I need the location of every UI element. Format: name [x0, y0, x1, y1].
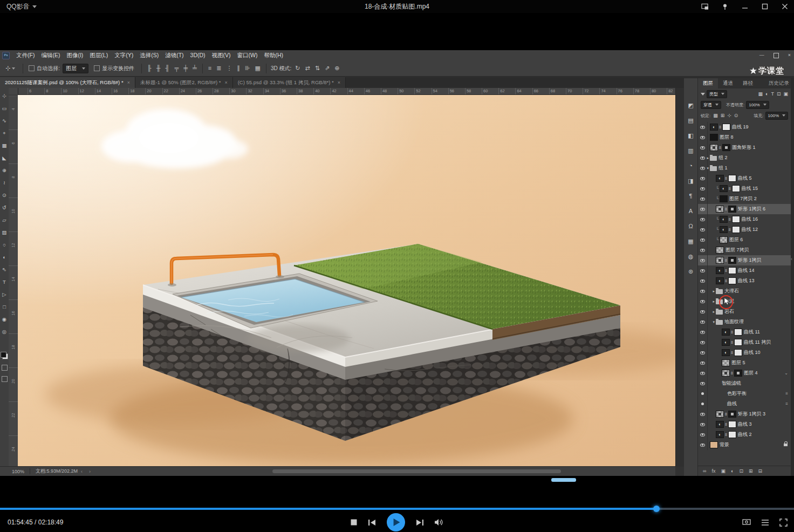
- layer-thumbnail[interactable]: [710, 124, 718, 131]
- layer-thumbnail[interactable]: [716, 257, 724, 264]
- layer-thumbnail[interactable]: [716, 411, 724, 418]
- layer-visibility-toggle[interactable]: [698, 214, 708, 224]
- layer-thumbnail[interactable]: [710, 166, 717, 171]
- path-selection-tool[interactable]: ▷: [0, 288, 9, 301]
- align-bottom-icon[interactable]: ╧: [193, 65, 197, 71]
- layer-row[interactable]: └ 8 智能滤镜: [698, 378, 791, 388]
- layer-mask-thumbnail[interactable]: [734, 349, 742, 356]
- show-transform-checkbox[interactable]: [94, 65, 100, 71]
- align-center-h-icon[interactable]: ╫: [156, 65, 161, 71]
- layer-visibility-toggle[interactable]: [698, 265, 708, 276]
- brush-tool[interactable]: ≀: [0, 176, 9, 189]
- foreground-color-swatch[interactable]: [1, 352, 6, 358]
- layer-visibility-toggle[interactable]: [698, 204, 708, 214]
- menu-item[interactable]: 滤镜(T): [162, 52, 187, 59]
- canvas-vertical-scrollbar[interactable]: [675, 88, 685, 467]
- document-tab[interactable]: 20201125随课案例.psd @ 100% (大理石, RGB/8#) * …: [0, 77, 135, 88]
- layer-visibility-toggle[interactable]: [698, 132, 708, 142]
- eraser-tool[interactable]: ▱: [0, 214, 9, 226]
- character-panel-icon[interactable]: A: [689, 203, 693, 219]
- layer-thumbnail[interactable]: [720, 185, 728, 192]
- 3d-scale-icon[interactable]: ⊕: [334, 65, 339, 71]
- layer-row[interactable]: └ 8 组 1: [698, 163, 791, 173]
- layer-row[interactable]: └ 8 图层 5: [698, 358, 791, 368]
- layer-row[interactable]: └ 8 曲线 12: [698, 224, 791, 235]
- layer-row[interactable]: └ 8 曲线 11 拷贝: [698, 337, 791, 347]
- layer-row[interactable]: └ 8 图层 7拷贝: [698, 245, 791, 255]
- adjustments-panel-icon[interactable]: ◔: [689, 158, 693, 173]
- layer-visibility-toggle[interactable]: [698, 368, 708, 378]
- history-brush-tool[interactable]: ↺: [0, 201, 9, 214]
- layer-mask-thumbnail[interactable]: [722, 144, 730, 151]
- layer-mask-thumbnail[interactable]: [732, 226, 740, 233]
- zoom-tool[interactable]: ◎: [0, 325, 9, 338]
- group-expand-icon[interactable]: [713, 299, 715, 304]
- layer-visibility-toggle[interactable]: [698, 419, 708, 429]
- volume-button[interactable]: [435, 519, 443, 526]
- layer-visibility-toggle[interactable]: [698, 399, 708, 409]
- layer-row[interactable]: └ 8 曲线 11: [698, 327, 791, 337]
- panel-tab[interactable]: 图层: [698, 78, 718, 88]
- layer-visibility-toggle[interactable]: [698, 378, 708, 388]
- move-tool-indicator[interactable]: ⊹: [5, 65, 15, 72]
- layer-visibility-toggle[interactable]: [698, 429, 708, 440]
- layer-thumbnail[interactable]: [720, 226, 728, 233]
- layer-visibility-toggle[interactable]: [698, 276, 708, 286]
- panel-tab[interactable]: 通道: [718, 78, 738, 88]
- layer-mask-icon[interactable]: ▣: [721, 468, 725, 474]
- tab-close-icon[interactable]: ×: [224, 80, 227, 85]
- 3d-slide-icon[interactable]: ⇗: [325, 65, 330, 71]
- layer-mask-thumbnail[interactable]: [728, 277, 736, 284]
- layer-thumbnail[interactable]: [722, 339, 730, 346]
- distribute-middle-icon[interactable]: ≣: [216, 65, 221, 71]
- marquee-tool[interactable]: ▭: [0, 102, 9, 114]
- layer-mask-thumbnail[interactable]: [728, 175, 736, 182]
- layer-visibility-toggle[interactable]: [698, 142, 708, 153]
- canvas-horizontal-scrollbar[interactable]: [272, 469, 561, 473]
- filter-adjustment-icon[interactable]: ◐: [765, 91, 768, 97]
- minimize-button[interactable]: [741, 3, 749, 10]
- layer-row[interactable]: └ 8 色彩平衡 ≡: [698, 388, 791, 399]
- layer-mask-thumbnail[interactable]: [732, 216, 740, 223]
- layer-visibility-toggle[interactable]: [698, 337, 708, 347]
- filter-smartobject-icon[interactable]: ▣: [783, 91, 788, 97]
- stop-button[interactable]: [351, 519, 357, 526]
- gradient-tool[interactable]: ▨: [0, 226, 9, 238]
- quick-mask-icon[interactable]: [2, 365, 8, 371]
- layer-mask-thumbnail[interactable]: [734, 370, 742, 377]
- layer-visibility-toggle[interactable]: [698, 153, 708, 163]
- layer-row[interactable]: └ 8 曲线 19: [698, 122, 791, 132]
- menu-item[interactable]: 选择(S): [136, 52, 162, 59]
- document-tab[interactable]: (C) 55.psd @ 33.3% (组 1 拷贝, RGB/8*) * ×: [233, 77, 346, 88]
- styles-panel-icon[interactable]: ◨: [688, 173, 693, 188]
- color-swatches[interactable]: [1, 352, 8, 359]
- layer-thumbnail[interactable]: [710, 156, 717, 161]
- layer-mask-thumbnail[interactable]: [734, 329, 742, 336]
- lock-paint-icon[interactable]: ⊞: [721, 113, 725, 118]
- filter-type-dropdown[interactable]: 类型: [707, 90, 727, 98]
- layer-visibility-toggle[interactable]: [698, 173, 708, 183]
- group-expand-icon[interactable]: [713, 289, 715, 294]
- layer-mask-thumbnail[interactable]: [728, 411, 736, 418]
- screenshot-button[interactable]: [742, 519, 751, 526]
- layer-thumbnail[interactable]: [710, 134, 718, 141]
- next-button[interactable]: [416, 519, 424, 526]
- layer-row[interactable]: └ 8 曲线 15: [698, 183, 791, 194]
- layer-row[interactable]: └ 8 图层 8: [698, 132, 791, 142]
- layer-thumbnail[interactable]: [716, 310, 723, 315]
- layer-row[interactable]: └ 8 水泥: [698, 296, 791, 306]
- move-tool[interactable]: ⊹: [0, 90, 9, 102]
- menu-item[interactable]: 图像(I): [63, 52, 86, 59]
- layer-mask-thumbnail[interactable]: [728, 431, 736, 438]
- 3d-roll-icon[interactable]: ⇄: [305, 65, 310, 71]
- filter-pixel-icon[interactable]: ▦: [758, 91, 763, 97]
- layer-thumbnail[interactable]: [710, 441, 718, 448]
- filter-shape-icon[interactable]: ⊡: [777, 91, 781, 97]
- align-top-icon[interactable]: ╤: [174, 65, 179, 71]
- app-menu-button[interactable]: QQ影音: [6, 2, 37, 11]
- tab-close-icon[interactable]: ×: [127, 80, 130, 85]
- hand-tool[interactable]: ◉: [0, 313, 9, 325]
- lock-all-icon[interactable]: ⊙: [734, 113, 738, 118]
- layer-mask-thumbnail[interactable]: [734, 339, 742, 346]
- layer-thumbnail[interactable]: [722, 349, 730, 356]
